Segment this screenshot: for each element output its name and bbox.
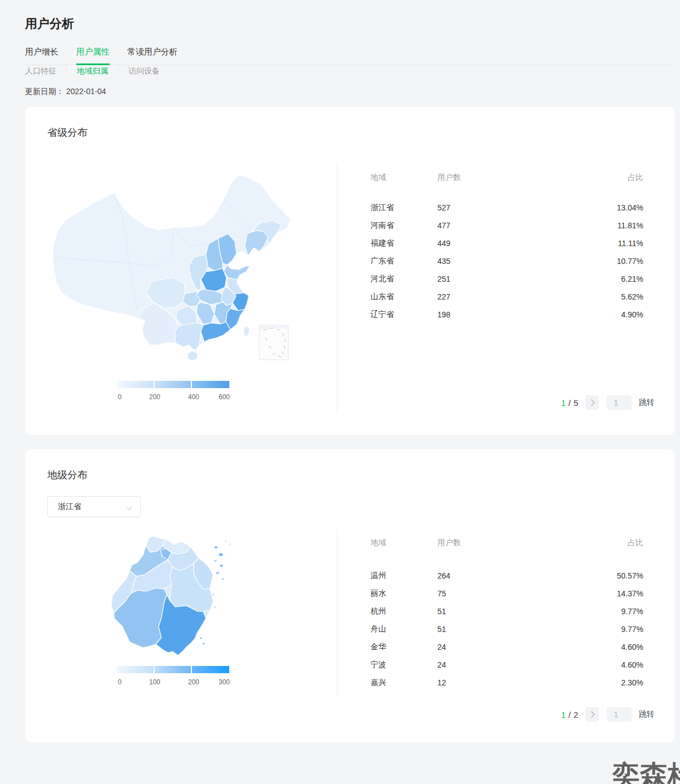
table-row: 河南省 477 11.81%: [371, 217, 643, 234]
subtab-divider: [118, 67, 119, 75]
column-header-region: 地域: [371, 173, 437, 183]
province-card-title: 省级分布: [47, 126, 87, 139]
current-page: 1: [561, 710, 565, 719]
watermark-logo: 奕森格: [612, 757, 680, 784]
update-date-label: 更新日期：: [25, 87, 64, 96]
table-row: 舟山 51 9.77%: [371, 620, 643, 638]
subtab-divider: [66, 67, 67, 75]
table-row: 金华 24 4.60%: [371, 638, 643, 656]
tab-frequent-reader-analysis[interactable]: 常读用户分析: [127, 47, 178, 65]
city-map-legend: 0 100 200 300: [117, 666, 229, 686]
legend-tick: 400: [188, 393, 199, 401]
table-row: 温州 264 50.57%: [371, 567, 643, 585]
taiwan-island: [244, 326, 249, 337]
jump-button[interactable]: 跳转: [639, 398, 654, 408]
chevron-right-icon: [588, 711, 594, 717]
province-table-header: 地域 用户数 占比: [337, 173, 675, 183]
next-page-button[interactable]: [585, 395, 599, 410]
legend-tick: 0: [118, 393, 122, 401]
legend-gradient-bar: [117, 666, 229, 673]
city-table-header: 地域 用户数 占比: [337, 538, 675, 548]
total-pages: 2: [574, 710, 578, 719]
subtab-demographics[interactable]: 人口特征: [25, 66, 56, 76]
city-card-title: 地级分布: [47, 468, 87, 482]
page-separator: /: [568, 710, 570, 719]
hainan-island: [188, 351, 198, 360]
legend-gradient-bar: [117, 381, 229, 388]
city-pagination: 1 / 2 跳转: [561, 707, 654, 722]
zhejiang-choropleth-map[interactable]: [83, 529, 267, 674]
legend-tick: 200: [188, 678, 199, 686]
tab-user-attributes[interactable]: 用户属性: [76, 47, 110, 65]
table-row: 嘉兴 12 2.30%: [371, 674, 643, 692]
south-china-sea-inset: [259, 325, 288, 360]
column-header-region: 地域: [371, 538, 437, 548]
province-select[interactable]: 浙江省: [47, 496, 141, 517]
sub-tabs: 人口特征 地域归属 访问设备: [25, 66, 160, 76]
table-row: 丽水 75 14.37%: [371, 585, 643, 602]
column-header-ratio: 占比: [576, 173, 643, 183]
china-choropleth-map[interactable]: [39, 163, 300, 364]
table-row: 宁波 24 4.60%: [371, 656, 643, 674]
chevron-down-icon: [126, 504, 132, 510]
legend-tick: 0: [118, 678, 122, 686]
column-header-users: 用户数: [437, 538, 576, 548]
zhejiang-city-regions: [111, 536, 213, 655]
tab-user-growth[interactable]: 用户增长: [25, 47, 58, 65]
page-jump-input[interactable]: [607, 395, 632, 410]
legend-tick: 300: [219, 678, 230, 686]
current-page: 1: [561, 398, 565, 408]
jump-button[interactable]: 跳转: [639, 709, 654, 719]
table-row: 辽宁省 198 4.90%: [371, 306, 643, 324]
chevron-right-icon: [588, 399, 594, 405]
column-header-ratio: 占比: [576, 538, 643, 548]
page-title: 用户分析: [25, 16, 74, 32]
table-row: 浙江省 527 13.04%: [371, 199, 643, 217]
city-distribution-card: 地级分布 浙江省: [25, 449, 675, 742]
legend-tick: 600: [219, 393, 230, 401]
next-page-button[interactable]: [585, 707, 599, 722]
city-table-rows: 温州 264 50.57% 丽水 75 14.37% 杭州 51 9.77% 舟…: [337, 567, 675, 692]
province-select-value: 浙江省: [58, 502, 81, 512]
table-row: 福建省 449 11.11%: [371, 234, 643, 252]
subtab-devices[interactable]: 访问设备: [129, 66, 160, 76]
update-date: 更新日期： 2022-01-04: [25, 87, 106, 97]
main-tabs: 用户增长 用户属性 常读用户分析: [25, 47, 675, 65]
table-row: 山东省 227 5.62%: [371, 288, 643, 306]
page-separator: /: [568, 398, 570, 408]
update-date-value: 2022-01-04: [66, 87, 106, 96]
page-jump-input[interactable]: [607, 707, 632, 722]
column-header-users: 用户数: [437, 173, 576, 183]
city-table-panel: 地域 用户数 占比 温州 264 50.57% 丽水 75 14.37% 杭州: [337, 530, 675, 697]
province-distribution-card: 省级分布: [25, 107, 675, 435]
province-pagination: 1 / 5 跳转: [561, 395, 654, 410]
province-map-legend: 0 200 400 600: [117, 381, 229, 401]
total-pages: 5: [574, 398, 578, 408]
table-row: 河北省 251 6.21%: [371, 270, 643, 288]
table-row: 广东省 435 10.77%: [371, 252, 643, 270]
province-table-rows: 浙江省 527 13.04% 河南省 477 11.81% 福建省 449 11…: [337, 199, 675, 324]
subtab-region[interactable]: 地域归属: [77, 66, 108, 76]
legend-tick: 200: [149, 393, 160, 401]
user-analysis-page: 用户分析 用户增长 用户属性 常读用户分析 人口特征 地域归属 访问设备 更新日…: [0, 0, 680, 784]
table-row: 杭州 51 9.77%: [371, 602, 643, 620]
legend-tick: 100: [149, 678, 160, 686]
province-table-panel: 地域 用户数 占比 浙江省 527 13.04% 河南省 477 11.81% …: [337, 163, 675, 413]
